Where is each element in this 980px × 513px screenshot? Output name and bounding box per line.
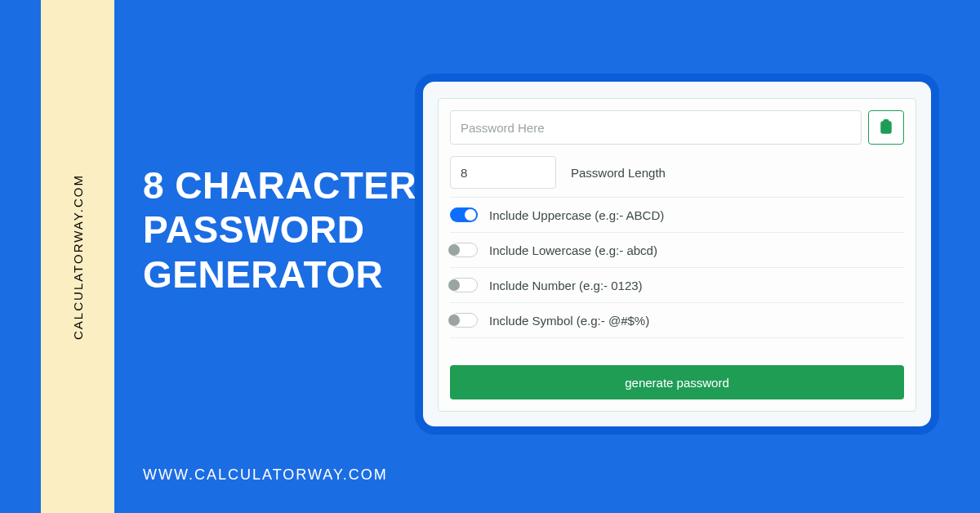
generator-card: Password Length Include Uppercase (e.g:-… [415,74,939,435]
toggle-lowercase[interactable] [450,243,478,257]
toggle-uppercase[interactable] [450,207,478,222]
toggle-symbol[interactable] [450,313,478,328]
page-title: 8 CHARACTER PASSWORD GENERATOR [143,163,416,297]
option-lowercase: Include Lowercase (e.g:- abcd) [450,233,904,268]
svg-rect-1 [884,119,889,123]
brand-domain-text: CALCULATORWAY.COM [71,174,85,340]
copy-button[interactable] [868,110,904,145]
length-label: Password Length [571,166,666,180]
footer-url: WWW.CALCULATORWAY.COM [143,466,388,484]
generate-button[interactable]: generate password [450,365,904,399]
generator-form: Password Length Include Uppercase (e.g:-… [438,98,916,412]
svg-rect-0 [881,122,891,133]
option-symbol: Include Symbol (e.g:- @#$%) [450,303,904,338]
toggle-number[interactable] [450,278,478,292]
page-title-line: GENERATOR [143,252,416,297]
clipboard-icon [880,119,893,136]
length-input[interactable] [450,156,556,189]
password-row [450,110,904,145]
brand-stripe: CALCULATORWAY.COM [41,0,114,513]
option-label: Include Lowercase (e.g:- abcd) [489,243,657,257]
option-uppercase: Include Uppercase (e.g:- ABCD) [450,197,904,233]
password-output-input[interactable] [450,110,862,145]
option-label: Include Number (e.g:- 0123) [489,279,643,292]
page-title-line: 8 CHARACTER [143,163,416,207]
option-label: Include Uppercase (e.g:- ABCD) [489,208,664,222]
length-row: Password Length [450,156,904,189]
option-number: Include Number (e.g:- 0123) [450,268,904,303]
option-label: Include Symbol (e.g:- @#$%) [489,314,649,328]
page-title-line: PASSWORD [143,207,416,252]
